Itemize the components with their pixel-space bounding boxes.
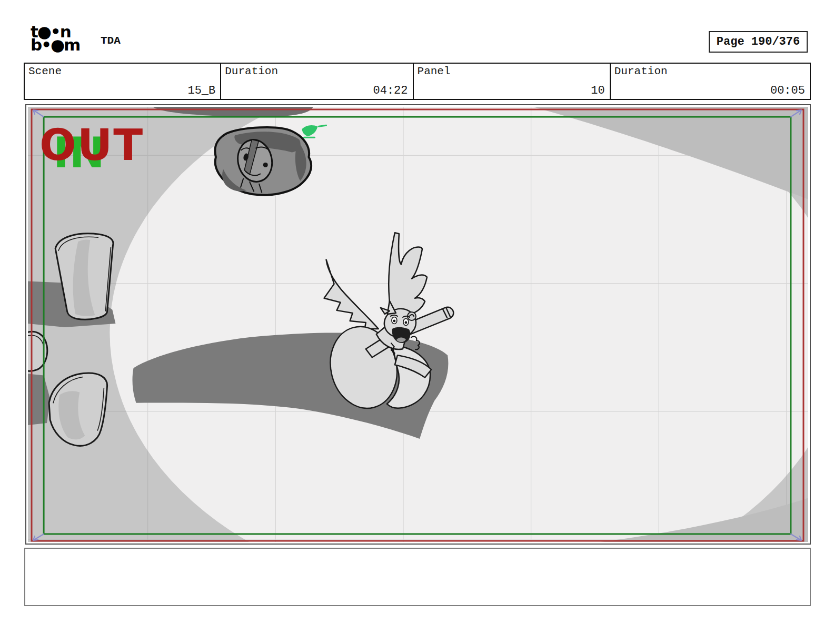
cell-panel-duration: Duration 00:05 [610, 64, 810, 99]
cell-panel: Panel 10 [413, 64, 610, 99]
cell-scene-duration: Duration 04:22 [220, 64, 412, 99]
panel-artwork [28, 107, 808, 542]
scene-label: Scene [28, 65, 62, 77]
storyboard-panel-image: IN OUT [28, 107, 808, 542]
cell-scene: Scene 15_B [25, 64, 220, 99]
panel-duration-value: 00:05 [770, 84, 805, 97]
panel-label: Panel [418, 65, 451, 77]
page-indicator: Page 190/376 [709, 31, 808, 53]
scene-duration-value: 04:22 [373, 84, 408, 97]
panel-value: 10 [591, 84, 604, 97]
product-code: TDA [101, 35, 121, 47]
panel-info-row: Scene 15_B Duration 04:22 Panel 10 Durat… [24, 63, 811, 100]
scene-duration-label: Duration [225, 65, 278, 77]
out-marker: OUT [39, 124, 144, 167]
storyboard-panel: IN OUT [25, 104, 811, 545]
panel-duration-label: Duration [614, 65, 668, 77]
caption-box [24, 548, 811, 606]
toonboom-logo: t●•n b•●m [31, 25, 80, 52]
toonboom-logo-line2: b•●m [31, 38, 80, 52]
scene-value: 15_B [187, 84, 215, 97]
light-spot [110, 107, 808, 542]
